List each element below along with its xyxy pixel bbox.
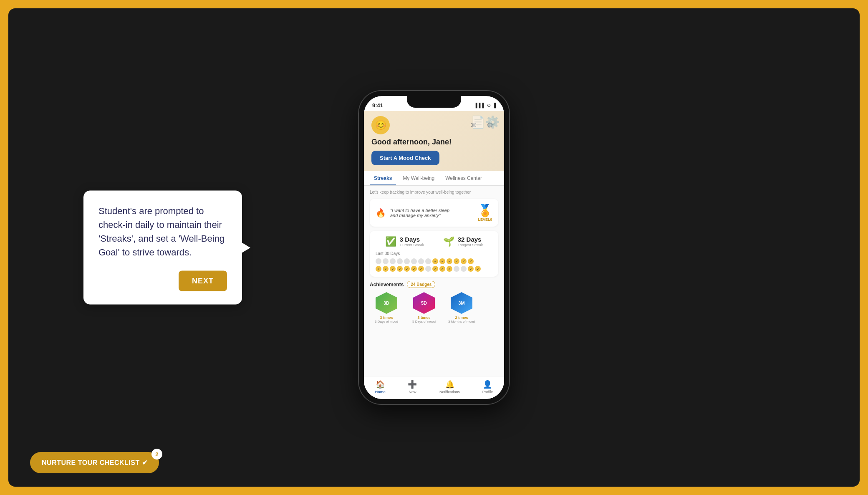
streak-row: ✅ 3 Days Current Streak 🌱 32 Days: [376, 236, 492, 247]
longest-streak-icon: 🌱: [443, 236, 454, 247]
profile-icon: 👤: [483, 380, 492, 389]
dot-checked: [439, 258, 445, 264]
dot-checked: [468, 258, 474, 264]
dots-grid: [376, 258, 492, 272]
dot-checked: [383, 266, 389, 272]
streak-card: ✅ 3 Days Current Streak 🌱 32 Days: [370, 231, 498, 277]
dot: [383, 258, 389, 264]
badge-code-3m: 3M: [458, 301, 464, 306]
dot-checked: [390, 266, 396, 272]
current-streak-label: Current Streak: [400, 243, 424, 247]
tab-wellness-center[interactable]: Wellness Center: [441, 171, 486, 185]
body-subtitle: Let's keep tracking to improve your well…: [370, 190, 498, 194]
outer-container: Student's are prompted to check-in daily…: [8, 8, 860, 487]
current-streak: ✅ 3 Days Current Streak: [385, 236, 424, 247]
longest-streak: 🌱 32 Days Longest Streak: [443, 236, 483, 247]
dots-row-2: [376, 266, 492, 272]
goal-left: 🔥 "I want to have a better sleep and man…: [376, 208, 457, 218]
avatar-emoji: 😊: [375, 120, 386, 131]
badges-row: 3D 3 times 3 Days of mood 5D 3 times 5 D…: [370, 292, 498, 323]
home-icon: 🏠: [376, 380, 385, 389]
app-header: 📄⚙️ 😊 ✉ ⚙ Good afternoon, Jane! Start A …: [364, 111, 504, 171]
dot: [397, 258, 403, 264]
nav-new-label: New: [409, 390, 416, 394]
dot-checked: [447, 258, 452, 264]
tab-streaks[interactable]: Streaks: [370, 171, 396, 185]
nav-home-label: Home: [375, 390, 386, 394]
status-time: 9:41: [372, 102, 383, 109]
badge-hex-5d: 5D: [413, 292, 435, 314]
nav-notifications[interactable]: 🔔 Notifications: [439, 380, 460, 394]
dot: [425, 258, 431, 264]
dot: [461, 266, 467, 272]
level-badge: 🏅 LEVEL9: [478, 204, 492, 222]
dot: [425, 266, 431, 272]
goal-card: 🔥 "I want to have a better sleep and man…: [370, 199, 498, 227]
badge-item-5d: 5D 3 times 5 Days of mood: [407, 292, 441, 323]
nav-profile[interactable]: 👤 Profile: [482, 380, 493, 394]
badge-item-3d: 3D 3 times 3 Days of mood: [370, 292, 403, 323]
wifi-icon: ⊙: [487, 103, 491, 108]
badge-hex-3d: 3D: [376, 292, 397, 314]
tab-wellbeing[interactable]: My Well-being: [399, 171, 439, 185]
longest-streak-label: Longest Streak: [458, 243, 483, 247]
new-icon: ➕: [408, 380, 417, 389]
dot-checked: [432, 266, 438, 272]
tooltip-text: Student's are prompted to check-in daily…: [98, 204, 227, 259]
dot: [454, 266, 459, 272]
dot-checked: [418, 266, 424, 272]
checklist-button[interactable]: NURTURE TOUR CHECKLIST ✔ 2: [30, 452, 159, 473]
phone-inner: 9:41 ▌▌▌ ⊙ ▐ 📄⚙️ 😊 ✉: [364, 96, 504, 399]
badge-code-5d: 5D: [421, 301, 427, 306]
next-button[interactable]: NEXT: [179, 271, 227, 291]
dot-checked: [461, 258, 467, 264]
mood-check-button[interactable]: Start A Mood Check: [371, 151, 439, 165]
dot-checked: [454, 258, 459, 264]
app-body: Let's keep tracking to improve your well…: [364, 186, 504, 376]
battery-icon: ▐: [492, 103, 496, 108]
badge-code-3d: 3D: [384, 301, 389, 306]
status-icons: ▌▌▌ ⊙ ▐: [476, 103, 496, 108]
dot-checked: [376, 266, 381, 272]
longest-streak-days: 32 Days: [458, 236, 483, 243]
dot: [390, 258, 396, 264]
dot-checked: [411, 266, 417, 272]
phone-mockup: 9:41 ▌▌▌ ⊙ ▐ 📄⚙️ 😊 ✉: [359, 91, 509, 404]
nav-home[interactable]: 🏠 Home: [375, 380, 386, 394]
avatar: 😊: [371, 116, 390, 134]
badge-desc-5d: 5 Days of mood: [412, 320, 436, 323]
greeting-text: Good afternoon, Jane!: [371, 138, 497, 146]
dot-checked: [404, 266, 410, 272]
checklist-badge: 2: [151, 449, 162, 460]
longest-streak-info: 32 Days Longest Streak: [458, 236, 483, 247]
last30-label: Last 30 Days: [376, 251, 492, 256]
dot: [376, 258, 381, 264]
nav-new[interactable]: ➕ New: [408, 380, 417, 394]
achievements-title: Achievements: [370, 282, 404, 288]
badge-hex-3m: 3M: [451, 292, 472, 314]
nav-notifications-label: Notifications: [439, 390, 460, 394]
nav-profile-label: Profile: [482, 390, 493, 394]
badge-item-3m: 3M 2 times 3 Months of mood: [445, 292, 478, 323]
dot-checked: [468, 266, 474, 272]
dot-checked: [475, 266, 481, 272]
achievements-header: Achievements 24 Badges: [370, 281, 498, 288]
badge-desc-3d: 3 Days of mood: [375, 320, 398, 323]
current-streak-info: 3 Days Current Streak: [400, 236, 424, 247]
bottom-nav: 🏠 Home ➕ New 🔔 Notifications 👤 Profile: [364, 376, 504, 399]
level-medal-icon: 🏅: [478, 204, 492, 217]
badge-label-3d: 3 times: [380, 316, 393, 320]
signal-icon: ▌▌▌: [476, 103, 485, 108]
dot-checked: [439, 266, 445, 272]
badge-desc-3m: 3 Months of mood: [448, 320, 475, 323]
header-decoration: 📄⚙️: [471, 115, 500, 129]
checklist-label: NURTURE TOUR CHECKLIST ✔: [42, 459, 147, 467]
app-content: 📄⚙️ 😊 ✉ ⚙ Good afternoon, Jane! Start A …: [364, 111, 504, 399]
phone-notch: [407, 96, 461, 108]
dot-checked: [432, 258, 438, 264]
goal-icon: 🔥: [376, 208, 386, 218]
goal-text: "I want to have a better sleep and manag…: [390, 208, 457, 218]
dot: [418, 258, 424, 264]
dot-checked: [447, 266, 452, 272]
dot: [411, 258, 417, 264]
